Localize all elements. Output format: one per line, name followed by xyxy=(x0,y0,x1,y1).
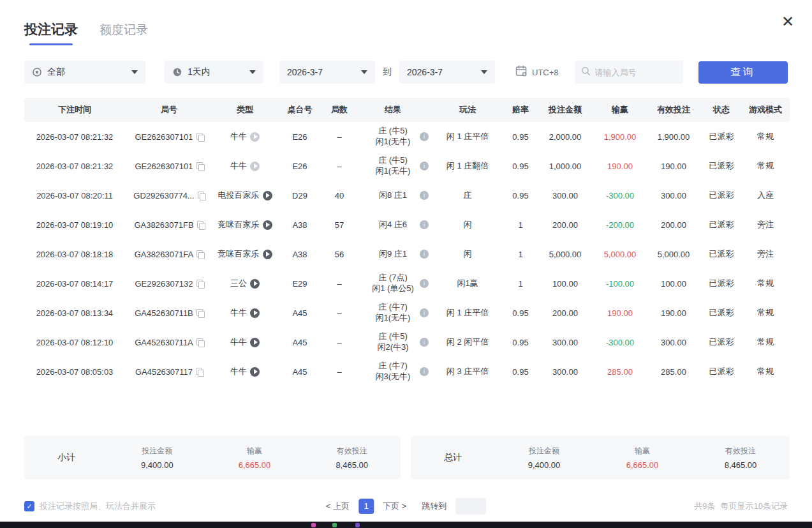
tab-bet-records[interactable]: 投注记录 xyxy=(24,20,78,45)
play-icon[interactable] xyxy=(250,279,260,289)
total-win-loss-value: 6,665.00 xyxy=(593,460,691,470)
background-dot xyxy=(311,523,316,527)
copy-icon[interactable] xyxy=(197,221,204,229)
cell-valid-bet: 190.00 xyxy=(646,308,702,318)
play-icon[interactable] xyxy=(250,367,260,377)
category-icon xyxy=(32,67,42,77)
copy-icon[interactable] xyxy=(196,368,203,375)
play-icon[interactable] xyxy=(250,162,260,171)
copy-icon[interactable] xyxy=(196,133,203,140)
cell-round-id: GE2626307101 xyxy=(125,132,213,142)
play-icon[interactable] xyxy=(263,250,272,259)
game-type-text: 竞咪百家乐 xyxy=(218,219,260,230)
column-header-result: 结果 xyxy=(356,104,430,116)
copy-icon[interactable] xyxy=(196,250,203,258)
play-icon[interactable] xyxy=(263,220,272,230)
cell-round-id: GA38263071FA xyxy=(125,250,213,259)
table-row[interactable]: 2026-03-07 08:12:10 GA452630711A 牛牛 A45 … xyxy=(24,328,790,357)
cell-bet-amount: 200.00 xyxy=(536,220,594,230)
round-id-text: GD292630774... xyxy=(133,191,194,200)
cell-game-mode: 常规 xyxy=(741,366,790,377)
chevron-down-icon xyxy=(361,70,367,74)
play-icon[interactable] xyxy=(250,308,260,318)
cell-result: 庄 (牛5) 闲1(无牛) xyxy=(356,155,430,177)
cell-table-no: E29 xyxy=(277,279,323,289)
play-icon[interactable] xyxy=(250,338,260,347)
date-from-picker[interactable]: 2026-3-7 xyxy=(279,61,375,84)
cell-valid-bet: 190.00 xyxy=(646,162,702,171)
info-icon[interactable] xyxy=(420,220,429,229)
round-id-text: GA4526307117 xyxy=(135,367,193,377)
record-count: 共9条 每页显示10条记录 xyxy=(694,501,788,512)
date-to-picker[interactable]: 2026-3-7 xyxy=(399,61,495,84)
category-dropdown[interactable]: 全部 xyxy=(24,61,145,84)
table-row[interactable]: 2026-03-07 08:20:11 GD292630774... 电投百家乐… xyxy=(24,181,790,210)
info-icon[interactable] xyxy=(420,191,429,200)
info-icon[interactable] xyxy=(420,338,429,347)
close-icon[interactable]: ✕ xyxy=(781,14,794,29)
info-icon[interactable] xyxy=(420,132,429,141)
footer-bar: 投注记录按照局、玩法合并展示 < 上页 1 下页 > 跳转到 共9条 每页显示1… xyxy=(24,497,788,515)
merge-checkbox[interactable] xyxy=(24,501,34,511)
cell-round-id: GE2626307101 xyxy=(125,162,213,171)
cell-round-count: – xyxy=(323,367,356,377)
copy-icon[interactable] xyxy=(196,162,203,170)
cell-valid-bet: 5,000.00 xyxy=(646,250,702,259)
column-header-bet-time: 下注时间 xyxy=(24,104,125,116)
copy-icon[interactable] xyxy=(196,338,203,346)
cell-win-loss: 285.00 xyxy=(594,367,646,377)
copy-icon[interactable] xyxy=(198,192,205,199)
cell-round-count: – xyxy=(323,308,356,318)
table-row[interactable]: 2026-03-07 08:21:32 GE2626307101 牛牛 E26 … xyxy=(24,122,790,151)
cell-play-method: 闲1赢 xyxy=(430,278,505,289)
column-header-bet-amount: 投注金额 xyxy=(536,104,594,116)
cell-result: 庄 (7点) 闲1 (单公5) xyxy=(356,273,430,294)
subtotal-win-loss: 输赢 6,665.00 xyxy=(206,446,304,470)
play-icon[interactable] xyxy=(250,132,260,142)
date-to-value: 2026-3-7 xyxy=(407,67,443,77)
jump-to-label: 跳转到 xyxy=(422,501,447,512)
total-box: 总计 投注金额 9,400.00 输赢 6,665.00 有效投注 8,465.… xyxy=(411,436,790,479)
table-body: 2026-03-07 08:21:32 GE2626307101 牛牛 E26 … xyxy=(24,122,790,386)
cell-table-no: E26 xyxy=(277,132,323,142)
copy-icon[interactable] xyxy=(196,280,203,287)
prev-page-button[interactable]: < 上页 xyxy=(326,501,350,512)
round-search-input[interactable] xyxy=(595,68,672,77)
tab-quota-records[interactable]: 额度记录 xyxy=(100,22,148,38)
jump-to-input[interactable] xyxy=(455,498,486,515)
time-range-dropdown[interactable]: 1天内 xyxy=(165,61,263,84)
cell-odds: 0.95 xyxy=(505,162,536,171)
cell-round-id: GA452630711A xyxy=(125,338,213,347)
current-page-button[interactable]: 1 xyxy=(358,499,374,514)
table-row[interactable]: 2026-03-07 08:18:18 GA38263071FA 竞咪百家乐 A… xyxy=(24,239,790,269)
result-line1: 庄 (牛7) xyxy=(376,302,411,313)
game-type-text: 牛牛 xyxy=(230,131,247,142)
query-button[interactable]: 查询 xyxy=(698,61,788,84)
cell-game-mode: 旁注 xyxy=(741,248,790,260)
copy-icon[interactable] xyxy=(196,309,203,317)
cell-bet-amount: 300.00 xyxy=(536,191,594,200)
cell-round-count: – xyxy=(323,279,356,289)
info-icon[interactable] xyxy=(420,162,429,170)
category-value: 全部 xyxy=(47,66,65,78)
info-icon[interactable] xyxy=(420,279,429,288)
cell-game-mode: 常规 xyxy=(741,160,790,172)
result-line2: 闲3(无牛) xyxy=(376,372,411,382)
next-page-button[interactable]: 下页 > xyxy=(383,501,406,512)
cell-valid-bet: 100.00 xyxy=(646,279,702,289)
play-icon[interactable] xyxy=(263,191,272,200)
info-icon[interactable] xyxy=(420,308,429,317)
table-row[interactable]: 2026-03-07 08:19:10 GA38263071FB 竞咪百家乐 A… xyxy=(24,210,790,239)
info-icon[interactable] xyxy=(420,367,429,376)
column-header-status: 状态 xyxy=(702,104,741,116)
cell-game-mode: 常规 xyxy=(741,336,790,348)
table-row[interactable]: 2026-03-07 08:14:17 GE2926307132 三公 E29 … xyxy=(24,269,790,298)
info-icon[interactable] xyxy=(420,250,429,259)
cell-round-id: GA4526307117 xyxy=(125,367,213,377)
result-line2: 闲1(无牛) xyxy=(376,137,411,147)
cell-win-loss: 190.00 xyxy=(594,308,646,318)
table-row[interactable]: 2026-03-07 08:21:32 GE2626307101 牛牛 E26 … xyxy=(24,151,790,181)
table-row[interactable]: 2026-03-07 08:05:03 GA4526307117 牛牛 A45 … xyxy=(24,357,790,386)
cell-win-loss: -300.00 xyxy=(594,338,646,347)
table-row[interactable]: 2026-03-07 08:13:34 GA452630711B 牛牛 A45 … xyxy=(24,298,790,328)
